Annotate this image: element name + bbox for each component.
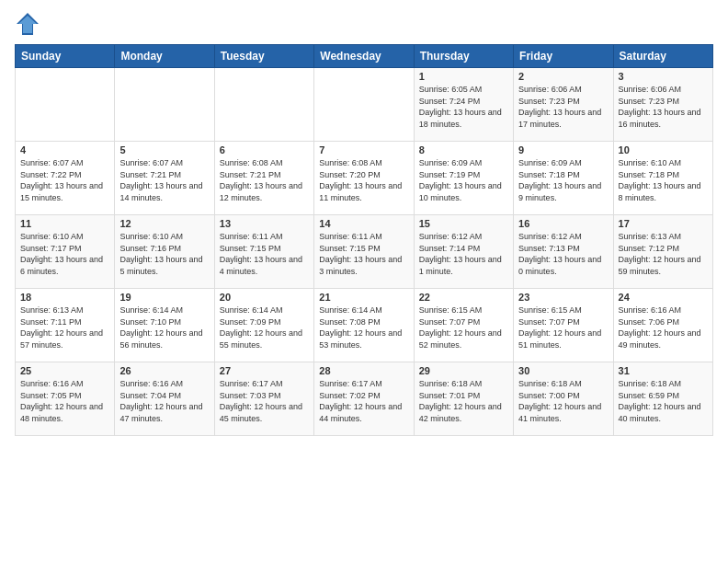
day-number: 4 (20, 144, 109, 155)
day-info: Sunrise: 6:13 AM Sunset: 7:12 PM Dayligh… (619, 231, 708, 277)
day-info: Sunrise: 6:14 AM Sunset: 7:10 PM Dayligh… (119, 304, 209, 350)
calendar-cell: 27Sunrise: 6:17 AM Sunset: 7:03 PM Dayli… (214, 362, 313, 436)
calendar-cell: 7Sunrise: 6:08 AM Sunset: 7:20 PM Daylig… (314, 142, 414, 215)
day-number: 26 (119, 365, 209, 376)
weekday-header-sunday: Sunday (16, 45, 115, 68)
day-info: Sunrise: 6:07 AM Sunset: 7:21 PM Dayligh… (119, 157, 209, 203)
calendar-cell (115, 68, 214, 142)
day-number: 13 (220, 218, 309, 229)
calendar-cell: 23Sunrise: 6:15 AM Sunset: 7:07 PM Dayli… (514, 289, 613, 362)
day-number: 20 (220, 292, 309, 303)
calendar-cell: 20Sunrise: 6:14 AM Sunset: 7:09 PM Dayli… (214, 289, 313, 362)
week-row-3: 11Sunrise: 6:10 AM Sunset: 7:17 PM Dayli… (16, 215, 713, 289)
day-number: 16 (518, 218, 608, 229)
day-number: 7 (319, 144, 408, 155)
calendar-cell: 8Sunrise: 6:09 AM Sunset: 7:19 PM Daylig… (414, 142, 513, 215)
calendar-cell: 3Sunrise: 6:06 AM Sunset: 7:23 PM Daylig… (613, 68, 712, 142)
day-info: Sunrise: 6:12 AM Sunset: 7:14 PM Dayligh… (419, 231, 508, 277)
day-info: Sunrise: 6:16 AM Sunset: 7:06 PM Dayligh… (619, 304, 708, 350)
week-row-2: 4Sunrise: 6:07 AM Sunset: 7:22 PM Daylig… (16, 142, 713, 215)
calendar-cell: 31Sunrise: 6:18 AM Sunset: 6:59 PM Dayli… (613, 362, 712, 436)
day-number: 31 (619, 365, 708, 376)
calendar-cell: 13Sunrise: 6:11 AM Sunset: 7:15 PM Dayli… (214, 215, 313, 289)
day-number: 21 (319, 292, 408, 303)
day-info: Sunrise: 6:05 AM Sunset: 7:24 PM Dayligh… (419, 84, 508, 130)
calendar-cell: 16Sunrise: 6:12 AM Sunset: 7:13 PM Dayli… (514, 215, 613, 289)
day-number: 25 (20, 365, 109, 376)
calendar-cell: 22Sunrise: 6:15 AM Sunset: 7:07 PM Dayli… (414, 289, 513, 362)
day-info: Sunrise: 6:12 AM Sunset: 7:13 PM Dayligh… (518, 231, 608, 277)
day-info: Sunrise: 6:10 AM Sunset: 7:18 PM Dayligh… (619, 157, 708, 203)
weekday-header-saturday: Saturday (613, 45, 712, 68)
calendar-cell: 4Sunrise: 6:07 AM Sunset: 7:22 PM Daylig… (16, 142, 115, 215)
day-number: 28 (319, 365, 408, 376)
day-info: Sunrise: 6:10 AM Sunset: 7:17 PM Dayligh… (20, 231, 109, 277)
calendar-cell: 6Sunrise: 6:08 AM Sunset: 7:21 PM Daylig… (214, 142, 313, 215)
week-row-5: 25Sunrise: 6:16 AM Sunset: 7:05 PM Dayli… (16, 362, 713, 436)
day-info: Sunrise: 6:13 AM Sunset: 7:11 PM Dayligh… (20, 304, 109, 350)
calendar-cell: 15Sunrise: 6:12 AM Sunset: 7:14 PM Dayli… (414, 215, 513, 289)
logo (15, 11, 44, 37)
day-number: 3 (619, 71, 708, 82)
calendar-cell: 24Sunrise: 6:16 AM Sunset: 7:06 PM Dayli… (613, 289, 712, 362)
day-number: 12 (119, 218, 209, 229)
calendar-cell: 17Sunrise: 6:13 AM Sunset: 7:12 PM Dayli… (613, 215, 712, 289)
calendar-cell: 28Sunrise: 6:17 AM Sunset: 7:02 PM Dayli… (314, 362, 414, 436)
day-number: 19 (119, 292, 209, 303)
logo-icon (15, 11, 40, 37)
day-number: 17 (619, 218, 708, 229)
calendar-cell (314, 68, 414, 142)
day-info: Sunrise: 6:16 AM Sunset: 7:05 PM Dayligh… (20, 378, 109, 424)
calendar-cell: 18Sunrise: 6:13 AM Sunset: 7:11 PM Dayli… (16, 289, 115, 362)
svg-marker-1 (18, 16, 37, 33)
day-number: 1 (419, 71, 508, 82)
weekday-header-friday: Friday (514, 45, 613, 68)
day-number: 15 (419, 218, 508, 229)
day-info: Sunrise: 6:17 AM Sunset: 7:03 PM Dayligh… (220, 378, 309, 424)
day-info: Sunrise: 6:11 AM Sunset: 7:15 PM Dayligh… (319, 231, 408, 277)
day-info: Sunrise: 6:15 AM Sunset: 7:07 PM Dayligh… (419, 304, 508, 350)
weekday-header-tuesday: Tuesday (214, 45, 313, 68)
calendar-cell: 25Sunrise: 6:16 AM Sunset: 7:05 PM Dayli… (16, 362, 115, 436)
day-info: Sunrise: 6:06 AM Sunset: 7:23 PM Dayligh… (518, 84, 608, 130)
day-number: 27 (220, 365, 309, 376)
calendar-cell: 14Sunrise: 6:11 AM Sunset: 7:15 PM Dayli… (314, 215, 414, 289)
calendar-cell: 12Sunrise: 6:10 AM Sunset: 7:16 PM Dayli… (115, 215, 214, 289)
day-info: Sunrise: 6:15 AM Sunset: 7:07 PM Dayligh… (518, 304, 608, 350)
week-row-4: 18Sunrise: 6:13 AM Sunset: 7:11 PM Dayli… (16, 289, 713, 362)
weekday-header-monday: Monday (115, 45, 214, 68)
week-row-1: 1Sunrise: 6:05 AM Sunset: 7:24 PM Daylig… (16, 68, 713, 142)
day-number: 30 (518, 365, 608, 376)
day-number: 23 (518, 292, 608, 303)
weekday-header-row: SundayMondayTuesdayWednesdayThursdayFrid… (16, 45, 713, 68)
page: SundayMondayTuesdayWednesdayThursdayFrid… (0, 0, 728, 443)
weekday-header-thursday: Thursday (414, 45, 513, 68)
day-number: 24 (619, 292, 708, 303)
day-info: Sunrise: 6:07 AM Sunset: 7:22 PM Dayligh… (20, 157, 109, 203)
calendar-cell: 30Sunrise: 6:18 AM Sunset: 7:00 PM Dayli… (514, 362, 613, 436)
day-info: Sunrise: 6:18 AM Sunset: 7:01 PM Dayligh… (419, 378, 508, 424)
day-number: 22 (419, 292, 508, 303)
calendar-cell: 29Sunrise: 6:18 AM Sunset: 7:01 PM Dayli… (414, 362, 513, 436)
day-info: Sunrise: 6:17 AM Sunset: 7:02 PM Dayligh… (319, 378, 408, 424)
day-number: 18 (20, 292, 109, 303)
day-number: 9 (518, 144, 608, 155)
calendar-cell: 1Sunrise: 6:05 AM Sunset: 7:24 PM Daylig… (414, 68, 513, 142)
day-number: 2 (518, 71, 608, 82)
day-info: Sunrise: 6:10 AM Sunset: 7:16 PM Dayligh… (119, 231, 209, 277)
calendar-cell (214, 68, 313, 142)
calendar-cell: 10Sunrise: 6:10 AM Sunset: 7:18 PM Dayli… (613, 142, 712, 215)
weekday-header-wednesday: Wednesday (314, 45, 414, 68)
day-number: 6 (220, 144, 309, 155)
calendar-cell: 9Sunrise: 6:09 AM Sunset: 7:18 PM Daylig… (514, 142, 613, 215)
day-info: Sunrise: 6:06 AM Sunset: 7:23 PM Dayligh… (619, 84, 708, 130)
day-number: 8 (419, 144, 508, 155)
day-number: 10 (619, 144, 708, 155)
day-number: 11 (20, 218, 109, 229)
day-info: Sunrise: 6:14 AM Sunset: 7:09 PM Dayligh… (220, 304, 309, 350)
calendar-cell: 26Sunrise: 6:16 AM Sunset: 7:04 PM Dayli… (115, 362, 214, 436)
calendar-cell (16, 68, 115, 142)
day-info: Sunrise: 6:09 AM Sunset: 7:18 PM Dayligh… (518, 157, 608, 203)
day-number: 14 (319, 218, 408, 229)
day-info: Sunrise: 6:08 AM Sunset: 7:21 PM Dayligh… (220, 157, 309, 203)
